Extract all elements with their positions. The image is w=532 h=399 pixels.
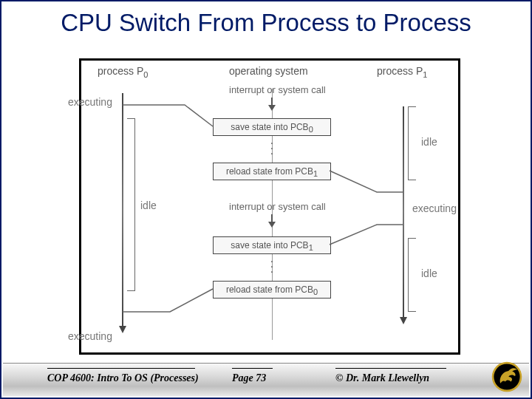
p1-timeline	[403, 106, 404, 317]
footer-rule-right	[335, 368, 446, 369]
p0-timeline	[122, 93, 123, 326]
os-box-save-pcb0: save state into PCB0	[213, 118, 331, 136]
os-box-reload-pcb0-text: reload state from PCB	[226, 284, 313, 295]
interrupt-label-2: interrupt or system call	[229, 201, 326, 212]
p1-idle-bottom-bracket	[408, 238, 416, 312]
p1-idle-bottom: idle	[421, 267, 437, 279]
footer-page: Page 73	[232, 372, 266, 384]
col-header-p0: process P0	[98, 65, 148, 79]
slide-title: CPU Switch From Process to Process	[1, 9, 531, 37]
os-box-reload-pcb0-sub: 0	[313, 287, 318, 296]
slide: CPU Switch From Process to Process proce…	[0, 0, 532, 399]
p1-idle-top: idle	[421, 136, 437, 148]
footer-rule-mid	[232, 368, 273, 369]
os-box-reload-pcb0: reload state from PCB0	[213, 281, 331, 299]
ucf-pegasus-logo-icon	[491, 361, 523, 393]
os-box-save-pcb1-text: save state into PCB	[231, 240, 308, 250]
col-header-p1-sub: 1	[423, 70, 427, 79]
os-box-save-pcb1-sub: 1	[309, 243, 313, 252]
p1-idle-top-bracket	[408, 106, 416, 180]
mini-arrow-1	[271, 98, 273, 105]
dots-1: ···	[268, 140, 276, 156]
os-box-reload-pcb1-text: reload state from PCB	[226, 166, 313, 177]
os-box-save-pcb1: save state into PCB1	[213, 236, 331, 254]
footer-bar: COP 4600: Intro To OS (Processes) Page 7…	[3, 363, 529, 396]
footer-author: © Dr. Mark Llewellyn	[335, 372, 429, 384]
col-header-os: operating system	[229, 65, 308, 77]
os-box-reload-pcb1: reload state from PCB1	[213, 163, 331, 180]
col-header-p0-text: process P	[98, 65, 143, 77]
col-header-p1-text: process P	[377, 65, 423, 77]
os-box-reload-pcb1-sub: 1	[313, 169, 318, 178]
col-header-p0-sub: 0	[143, 70, 148, 79]
p0-idle-bracket	[127, 118, 135, 291]
footer-rule-left	[47, 368, 195, 369]
context-switch-diagram: process P0 operating system process P1 i…	[79, 58, 460, 355]
p1-arrowhead	[400, 317, 407, 324]
p0-arrowhead	[119, 326, 126, 333]
mini-arrow-2	[271, 214, 273, 222]
p0-exec-top: executing	[68, 96, 112, 108]
col-header-p1: process P1	[377, 65, 427, 79]
interrupt-label-1: interrupt or system call	[229, 84, 326, 95]
os-box-save-pcb0-sub: 0	[309, 125, 313, 134]
p0-exec-bottom: executing	[68, 330, 112, 342]
footer-course: COP 4600: Intro To OS (Processes)	[47, 372, 199, 384]
p0-idle-label: idle	[140, 200, 157, 211]
os-box-save-pcb0-text: save state into PCB	[231, 122, 308, 132]
dots-2: ···	[268, 259, 276, 274]
p1-exec-label: executing	[412, 202, 457, 214]
